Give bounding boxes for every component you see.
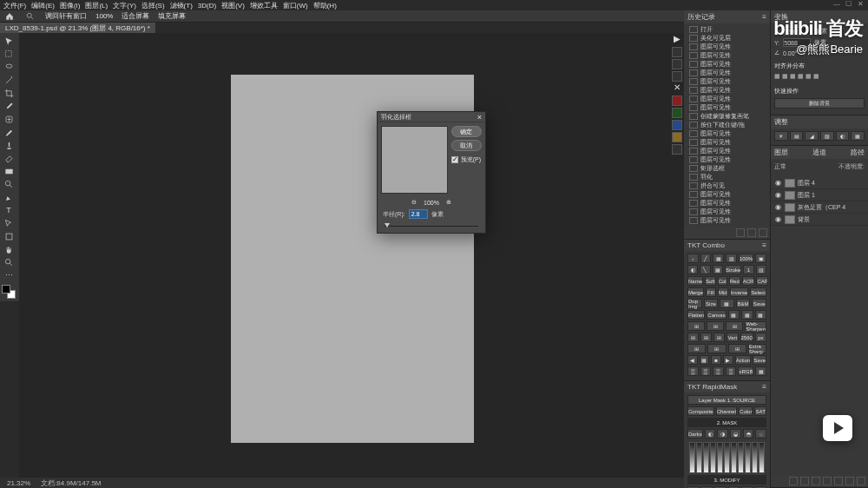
group-icon[interactable]: [834, 477, 843, 485]
tkt-btn[interactable]: ⊞: [687, 344, 706, 353]
tkt-btn[interactable]: Col: [718, 276, 727, 286]
tkt-btn[interactable]: ▥: [756, 265, 766, 274]
type-tool[interactable]: T: [1, 204, 16, 216]
menu-item[interactable]: 窗口(W): [283, 1, 308, 10]
adj-icon[interactable]: ☀: [774, 131, 788, 141]
tkt-btn[interactable]: ▦: [755, 310, 766, 320]
brush-tool[interactable]: [1, 126, 16, 138]
tkt-btn[interactable]: px: [755, 333, 766, 342]
strip-icon[interactable]: [672, 108, 682, 118]
tkt-btn[interactable]: Soft: [705, 276, 716, 286]
history-item[interactable]: 图层可见性: [686, 208, 768, 216]
opt-zoom-value[interactable]: 100%: [95, 12, 113, 20]
tkt-btn[interactable]: ⊞: [728, 344, 746, 353]
tkt-btn[interactable]: ▒: [700, 366, 712, 376]
history-item[interactable]: 创建蒙版修复画笔: [686, 112, 768, 121]
history-item[interactable]: 图层可见性: [686, 190, 768, 199]
tkt-btn[interactable]: Channel: [716, 406, 737, 416]
shape-tool[interactable]: [1, 230, 16, 242]
history-item[interactable]: 图层可见性: [686, 60, 768, 69]
tkt-btn[interactable]: ▶: [723, 355, 733, 365]
tkt-btn[interactable]: Web-Sharpen: [745, 321, 766, 331]
visibility-icon[interactable]: ◉: [773, 191, 782, 199]
ellipsis-icon[interactable]: ⋯: [1, 269, 16, 281]
tkt-btn[interactable]: B&M: [736, 299, 751, 308]
tkt-btn[interactable]: Color: [739, 406, 753, 416]
tkt-btn[interactable]: ╱: [700, 254, 712, 263]
tkt-btn[interactable]: ⊞: [726, 321, 743, 331]
tkt-btn[interactable]: ⊞: [687, 333, 699, 342]
wand-tool[interactable]: [1, 74, 16, 86]
remove-bg-button[interactable]: 删除背景: [774, 98, 865, 109]
history-item[interactable]: 图层可见性: [686, 138, 768, 147]
menu-item[interactable]: 图层(L): [85, 1, 108, 10]
blend-mode[interactable]: 正常: [774, 162, 786, 171]
history-item[interactable]: 羽化: [686, 173, 768, 181]
stamp-tool[interactable]: [1, 139, 16, 151]
fx-icon[interactable]: [800, 477, 809, 485]
maximize-icon[interactable]: ☐: [845, 0, 854, 9]
history-item[interactable]: 图层可见性: [686, 95, 768, 103]
menu-item[interactable]: 图像(I): [60, 1, 81, 10]
tkt-btn[interactable]: Size: [704, 299, 719, 308]
tkt-btn[interactable]: ACR: [742, 276, 755, 286]
tkt-btn[interactable]: ▦: [713, 265, 723, 274]
new-layer-icon[interactable]: [845, 477, 854, 485]
adj-icon[interactable]: ▦: [851, 131, 865, 141]
pen-tool[interactable]: [1, 191, 16, 203]
zoom-tool[interactable]: [1, 256, 16, 268]
tkt-btn[interactable]: Save: [752, 299, 766, 308]
trash-icon[interactable]: [857, 477, 865, 485]
fg-color[interactable]: [2, 285, 10, 293]
tkt-btn[interactable]: ▦: [728, 310, 740, 320]
tkt-btn[interactable]: Fill: [706, 287, 716, 297]
history-item[interactable]: 图层可见性: [686, 216, 768, 225]
opt-fill-screen[interactable]: 填充屏幕: [158, 11, 186, 21]
eraser-tool[interactable]: [1, 152, 16, 164]
tkt-btn[interactable]: ▒: [713, 366, 724, 376]
preview-checkbox[interactable]: 预览(P): [451, 155, 482, 164]
layer-row[interactable]: ◉图层 1: [771, 189, 868, 201]
tkt-btn[interactable]: Dup Img: [687, 299, 702, 308]
history-item[interactable]: 打开: [686, 25, 768, 34]
menu-item[interactable]: 增效工具: [250, 1, 278, 10]
adj-icon[interactable]: ▤: [790, 131, 804, 141]
tkt-btn[interactable]: Save: [753, 355, 766, 365]
tkt-btn[interactable]: ◀: [687, 355, 698, 365]
tkt-btn[interactable]: ◓: [743, 429, 754, 439]
history-item[interactable]: 图层可见性: [686, 147, 768, 155]
layer-row[interactable]: ◉背景: [771, 214, 868, 226]
trash-icon[interactable]: [759, 228, 767, 237]
tkt-btn[interactable]: CAF: [756, 276, 768, 286]
tkt-btn[interactable]: ⊞: [707, 321, 724, 331]
history-snapshot-icon[interactable]: [747, 228, 756, 237]
tkt-btn[interactable]: Select: [750, 287, 766, 297]
tkt-btn[interactable]: ◐: [705, 429, 716, 439]
document-tab[interactable]: LXD_8539-1.psd @ 21.3% (图层 4, RGB/16*) *: [0, 23, 155, 33]
history-item[interactable]: 图层可见性: [686, 155, 768, 164]
menu-item[interactable]: 文件(F): [3, 1, 26, 10]
tkt-btn[interactable]: ◐: [687, 265, 698, 274]
close-icon[interactable]: ✕: [672, 83, 682, 94]
tkt-btn[interactable]: Stroke: [725, 265, 741, 274]
menu-item[interactable]: 文字(Y): [113, 1, 136, 10]
tkt-btn[interactable]: ◒: [730, 429, 741, 439]
history-new-icon[interactable]: [736, 228, 745, 237]
layer-row[interactable]: ◉灰色足置（CEP 4: [771, 201, 868, 214]
adj-icon[interactable]: ◐: [836, 131, 850, 141]
radius-input[interactable]: [409, 209, 428, 219]
minimize-icon[interactable]: —: [833, 0, 842, 9]
tkt-btn[interactable]: SAT: [754, 406, 766, 416]
tkt-btn[interactable]: Extra Sharp: [748, 344, 766, 353]
color-swatches[interactable]: [1, 284, 16, 300]
tkt-btn[interactable]: ▦: [720, 299, 734, 308]
tkt-btn[interactable]: Vert: [727, 333, 738, 342]
tab-channels[interactable]: 通道: [812, 148, 826, 157]
tkt-btn[interactable]: ⊞: [713, 333, 725, 342]
tkt-btn[interactable]: ▦: [700, 355, 710, 365]
tkt-btn[interactable]: ▒: [687, 366, 699, 376]
zone-sliders[interactable]: [687, 440, 766, 475]
tkt-btn[interactable]: Flatten: [687, 310, 705, 320]
heal-tool[interactable]: [1, 113, 16, 125]
dodge-tool[interactable]: [1, 178, 16, 190]
